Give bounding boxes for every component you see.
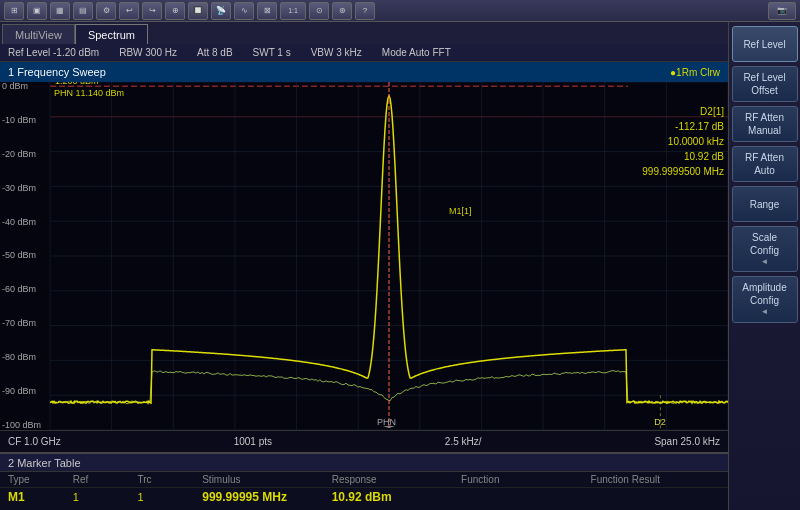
att-text: Att 8 dB [197,47,233,58]
toolbar-btn-2[interactable]: ▣ [27,2,47,20]
toolbar-btn-3[interactable]: ▦ [50,2,70,20]
toolbar-btn-8[interactable]: 🔲 [188,2,208,20]
sidebar-btn-rf-atten-auto[interactable]: RF AttenAuto [732,146,798,182]
marker-table-title: 2 Marker Table [8,457,81,469]
sidebar-btn-range-label: Range [750,198,779,211]
col-ref: Ref [73,474,138,485]
m1-ref: 1 [73,491,138,503]
swt-text: SWT 1 s [253,47,291,58]
marker-table-columns: Type Ref Trc Stimulus Response Function … [0,472,728,488]
col-response: Response [332,474,461,485]
chart-title-bar: 1 Frequency Sweep ●1Rm Clrw [0,62,728,82]
col-stimulus: Stimulus [202,474,331,485]
sidebar-btn-ref-level-offset-label: Ref LevelOffset [743,71,785,97]
chart-container: 1 Frequency Sweep ●1Rm Clrw 0 dBm -10 dB… [0,62,728,452]
sidebar-btn-range[interactable]: Range [732,186,798,222]
marker-table: 2 Marker Table Type Ref Trc Stimulus Res… [0,452,728,510]
toolbar-btn-pin[interactable]: ⊛ [332,2,352,20]
col-function: Function [461,474,590,485]
mode-text: Mode Auto FFT [382,47,451,58]
toolbar-btn-10[interactable]: ∿ [234,2,254,20]
info-bar: Ref Level -1.20 dBm RBW 300 Hz Att 8 dB … [0,44,728,62]
m1-stimulus: 999.99995 MHz [202,490,331,504]
tab-spectrum[interactable]: Spectrum [75,24,148,44]
marker-row-d2: D2 PHN 1 10.0 kHz -112.17 dB PhNoise -13… [0,506,728,510]
sidebar-btn-amplitude-config-label: AmplitudeConfig [742,281,786,307]
chart-title: 1 Frequency Sweep [8,66,106,78]
toolbar-btn-1[interactable]: ⊞ [4,2,24,20]
x-axis-bar: CF 1.0 GHz 1001 pts 2.5 kHz/ Span 25.0 k… [0,430,728,452]
sidebar-btn-rf-atten-manual[interactable]: RF AttenManual [732,106,798,142]
chart-area: 0 dBm -10 dBm -20 dBm -30 dBm -40 dBm -5… [0,82,728,452]
m1-trc: 1 [137,491,202,503]
toolbar-btn-zoom[interactable]: ⊙ [309,2,329,20]
ref-level-text: Ref Level -1.20 dBm [8,47,99,58]
right-sidebar: Ref Level Ref LevelOffset RF AttenManual… [728,22,800,510]
sidebar-btn-rf-atten-manual-label: RF AttenManual [745,111,784,137]
toolbar-btn-9[interactable]: 📡 [211,2,231,20]
tab-multiview[interactable]: MultiView [2,24,75,44]
sidebar-btn-ref-level-label: Ref Level [743,38,785,51]
tab-bar: MultiView Spectrum [0,22,728,44]
toolbar-btn-5[interactable]: ⚙ [96,2,116,20]
toolbar-btn-6[interactable]: ↩ [119,2,139,20]
x-label-cf: CF 1.0 GHz [8,436,61,447]
toolbar-btn-11[interactable]: ⊠ [257,2,277,20]
toolbar: ⊞ ▣ ▦ ▤ ⚙ ↩ ↪ ⊕ 🔲 📡 ∿ ⊠ 1:1 ⊙ ⊛ ? 📷 [0,0,800,22]
col-trc: Trc [137,474,202,485]
sidebar-btn-scale-config-label: ScaleConfig [750,231,779,257]
sidebar-btn-rf-atten-auto-label: RF AttenAuto [745,151,784,177]
marker-table-header: 2 Marker Table [0,454,728,472]
m1-response: 10.92 dBm [332,490,461,504]
chart-badge: ●1Rm Clrw [670,67,720,78]
rbw-text: RBW 300 Hz [119,47,177,58]
sidebar-btn-ref-level[interactable]: Ref Level [732,26,798,62]
sidebar-btn-scale-config-arrow: ◄ [761,257,769,267]
col-type: Type [8,474,73,485]
toolbar-btn-ratio[interactable]: 1:1 [280,2,306,20]
vbw-text: VBW 3 kHz [311,47,362,58]
left-panel: MultiView Spectrum Ref Level -1.20 dBm R… [0,22,728,510]
x-label-span: Span 25.0 kHz [654,436,720,447]
sidebar-btn-amplitude-config[interactable]: AmplitudeConfig ◄ [732,276,798,322]
sidebar-btn-amplitude-config-arrow: ◄ [761,307,769,317]
m1-type: M1 [8,490,73,504]
spectrum-canvas [0,82,728,452]
col-result: Function Result [591,474,720,485]
toolbar-btn-help[interactable]: ? [355,2,375,20]
toolbar-btn-4[interactable]: ▤ [73,2,93,20]
x-label-pts: 1001 pts [234,436,272,447]
main-layout: MultiView Spectrum Ref Level -1.20 dBm R… [0,22,800,510]
marker-row-m1: M1 1 1 999.99995 MHz 10.92 dBm [0,488,728,506]
toolbar-btn-cursor[interactable]: ⊕ [165,2,185,20]
x-label-khz: 2.5 kHz/ [445,436,482,447]
sidebar-btn-ref-level-offset[interactable]: Ref LevelOffset [732,66,798,102]
sidebar-btn-scale-config[interactable]: ScaleConfig ◄ [732,226,798,272]
toolbar-btn-camera[interactable]: 📷 [768,2,796,20]
toolbar-btn-7[interactable]: ↪ [142,2,162,20]
